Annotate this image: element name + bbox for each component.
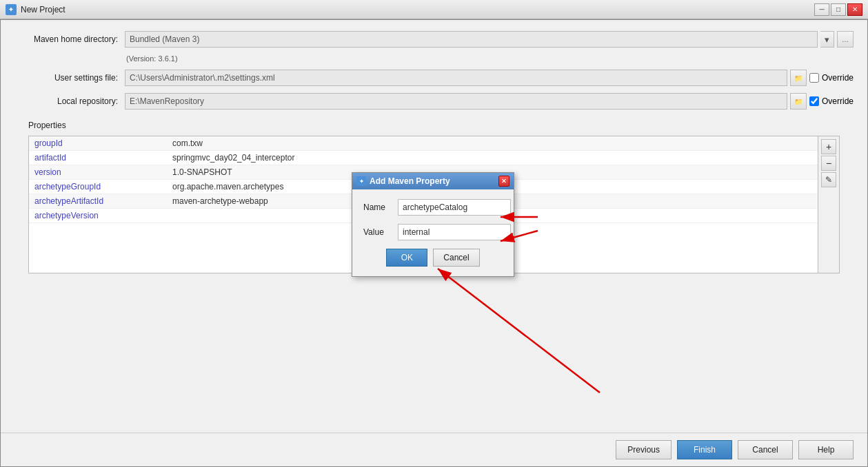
user-settings-input-wrap: 📁 Override xyxy=(125,70,854,86)
dialog-buttons: OK Cancel xyxy=(363,249,503,267)
maven-home-browse-btn[interactable]: … xyxy=(837,31,854,48)
local-repo-input-wrap: 📁 Override xyxy=(125,93,854,110)
dialog-body: Name Value OK Cancel xyxy=(352,189,514,276)
maven-home-input-wrap: ▾ … xyxy=(125,31,854,48)
cancel-button[interactable]: Cancel xyxy=(738,440,793,459)
property-name-cell: archetypeGroupId xyxy=(29,180,167,194)
local-repo-label: Local repository: xyxy=(14,96,125,106)
property-name-cell: version xyxy=(29,165,167,180)
maven-home-dropdown-btn[interactable]: ▾ xyxy=(820,31,834,48)
help-button[interactable]: Help xyxy=(798,440,854,459)
properties-section-label: Properties xyxy=(14,116,854,132)
table-row[interactable]: groupIdcom.txw xyxy=(29,136,818,151)
maven-home-row: Maven home directory: ▾ … xyxy=(14,31,854,48)
local-repo-override-label: Override xyxy=(822,96,854,106)
property-name-cell: artifactId xyxy=(29,151,167,165)
edit-property-btn[interactable]: ✎ xyxy=(821,172,836,187)
version-note: (Version: 3.6.1) xyxy=(126,54,854,63)
property-value-cell: com.txw xyxy=(167,136,818,151)
user-settings-input[interactable] xyxy=(125,70,787,86)
maven-home-input[interactable] xyxy=(125,31,818,48)
app-icon: ✦ xyxy=(6,4,17,15)
dialog-value-label: Value xyxy=(363,227,398,237)
dialog-name-row: Name xyxy=(363,199,503,216)
maximize-button[interactable]: □ xyxy=(831,3,846,16)
dialog-value-row: Value xyxy=(363,224,503,240)
local-repo-override-checkbox[interactable] xyxy=(809,96,819,106)
user-settings-override-wrap: Override xyxy=(809,73,854,83)
dialog-title-text: Add Maven Property xyxy=(370,176,498,186)
previous-button[interactable]: Previous xyxy=(616,440,672,459)
user-settings-row: User settings file: 📁 Override xyxy=(14,70,854,86)
minimize-button[interactable]: ─ xyxy=(814,3,829,16)
dialog-cancel-button[interactable]: Cancel xyxy=(433,249,479,267)
user-settings-label: User settings file: xyxy=(14,73,125,83)
table-row[interactable]: artifactIdspringmvc_day02_04_interceptor xyxy=(29,151,818,165)
window-controls: ─ □ ✕ xyxy=(814,3,862,16)
close-button[interactable]: ✕ xyxy=(847,3,862,16)
user-settings-override-checkbox[interactable] xyxy=(809,73,819,83)
dialog-name-label: Name xyxy=(363,203,398,212)
add-maven-dialog: ✦ Add Maven Property ✕ Name Value OK Can… xyxy=(352,172,514,277)
finish-button[interactable]: Finish xyxy=(677,440,732,459)
local-repo-input[interactable] xyxy=(125,93,787,110)
title-bar: ✦ New Project ─ □ ✕ xyxy=(0,0,868,19)
bottom-bar: Previous Finish Cancel Help xyxy=(1,433,867,466)
property-name-cell: groupId xyxy=(29,136,167,151)
user-settings-browse-btn[interactable]: 📁 xyxy=(790,70,807,86)
property-name-cell: archetypeArtifactId xyxy=(29,194,167,209)
side-buttons: + − ✎ xyxy=(818,136,839,273)
dialog-name-input[interactable] xyxy=(398,199,511,216)
local-repo-browse-btn[interactable]: 📁 xyxy=(790,93,807,110)
maven-home-label: Maven home directory: xyxy=(14,34,125,44)
remove-property-btn[interactable]: − xyxy=(821,156,836,171)
property-value-cell: springmvc_day02_04_interceptor xyxy=(167,151,818,165)
user-settings-override-label: Override xyxy=(822,73,854,83)
local-repo-row: Local repository: 📁 Override xyxy=(14,93,854,110)
property-name-cell: archetypeVersion xyxy=(29,209,167,223)
add-property-btn[interactable]: + xyxy=(821,139,836,154)
dialog-value-input[interactable] xyxy=(398,224,511,240)
dialog-ok-button[interactable]: OK xyxy=(386,249,427,267)
dialog-close-button[interactable]: ✕ xyxy=(498,176,509,187)
dialog-title-bar: ✦ Add Maven Property ✕ xyxy=(352,173,514,189)
local-repo-override-wrap: Override xyxy=(809,96,854,106)
window-title: New Project xyxy=(21,5,814,14)
dialog-title-icon: ✦ xyxy=(356,176,366,186)
